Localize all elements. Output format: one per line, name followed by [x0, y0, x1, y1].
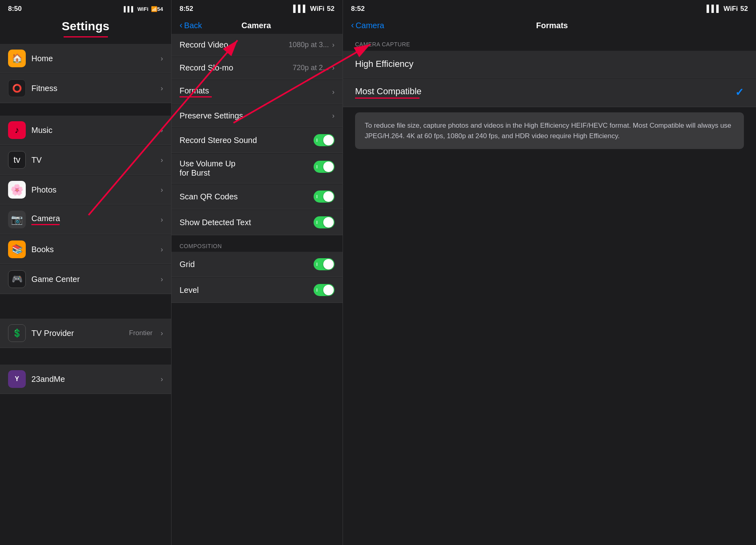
music-chevron: › — [161, 126, 163, 135]
back-label: Back — [184, 21, 202, 30]
record-video-value: 1080p at 3... — [289, 41, 329, 49]
camera-item-stereo[interactable]: Record Stereo Sound I — [171, 128, 343, 153]
grid-toggle[interactable]: I — [314, 258, 335, 270]
gamecenter-label: Game Center — [31, 275, 155, 284]
status-icons-2: ▌▌▌ WiFi 52 — [293, 5, 335, 13]
settings-item-fitness[interactable]: ⭕ Fitness › — [0, 74, 171, 103]
camera-item-level[interactable]: Level I — [171, 278, 343, 303]
signal-icon-2: ▌▌▌ — [293, 5, 308, 13]
show-detected-toggle[interactable]: I — [314, 216, 335, 228]
settings-item-camera[interactable]: 📷 Camera › — [0, 205, 171, 234]
settings-item-music[interactable]: ♪ Music › — [0, 116, 171, 145]
wifi-icon-3: WiFi — [723, 5, 738, 13]
formats-label: Formats — [180, 86, 332, 97]
most-compatible-label: Most Compatible — [355, 86, 735, 99]
grid-label: Grid — [180, 260, 314, 269]
music-app-icon: ♪ — [8, 121, 26, 139]
high-efficiency-label: High Efficiency — [355, 59, 744, 69]
toggle-label-level: I — [316, 288, 318, 292]
camera-item-scan-qr[interactable]: Scan QR Codes I — [171, 184, 343, 209]
scan-qr-toggle[interactable]: I — [314, 191, 335, 203]
record-slomo-label: Record Slo-mo — [180, 63, 293, 73]
toggle-knob-burst — [323, 162, 334, 172]
settings-item-gamecenter[interactable]: 🎮 Game Center › — [0, 265, 171, 294]
wifi-icon: WiFi — [137, 6, 148, 12]
formats-active-underline — [180, 96, 212, 97]
toggle-knob-detected — [323, 217, 334, 228]
status-icons-3: ▌▌▌ WiFi 52 — [706, 5, 748, 13]
formats-panel: 8:52 ▌▌▌ WiFi 52 ‹ Camera Formats CAMERA… — [343, 0, 756, 545]
camera-label: Camera — [31, 214, 155, 225]
camera-item-volume-burst[interactable]: Use Volume Upfor Burst I — [171, 153, 343, 184]
settings-item-23andme[interactable]: Y 23andMe › — [0, 365, 171, 394]
formats-back-label: Camera — [355, 21, 384, 30]
gamecenter-chevron: › — [161, 275, 163, 284]
status-icons-1: ▌▌▌ WiFi 📶54 — [124, 6, 163, 12]
andme-icon: Y — [15, 375, 19, 383]
status-bar-2: 8:52 ▌▌▌ WiFi 52 — [171, 0, 343, 15]
signal-icon-3: ▌▌▌ — [706, 5, 721, 13]
camera-item-record-video[interactable]: Record Video 1080p at 3... › — [171, 34, 343, 56]
fitness-app-icon: ⭕ — [8, 79, 26, 97]
formats-back-chevron-icon: ‹ — [351, 20, 354, 31]
camera-item-formats[interactable]: Formats › — [171, 80, 343, 104]
gamecenter-icon: 🎮 — [12, 274, 23, 284]
settings-title: Settings — [0, 15, 171, 36]
camera-back-button[interactable]: ‹ Back — [180, 20, 202, 31]
record-slomo-value: 720p at 2... — [293, 64, 329, 72]
time-1: 8:50 — [8, 5, 22, 13]
settings-title-underline — [64, 36, 108, 37]
status-bar-3: 8:52 ▌▌▌ WiFi 52 — [343, 0, 756, 15]
format-description: To reduce file size, capture photos and … — [355, 112, 744, 149]
camera-icon: 📷 — [11, 214, 23, 225]
camera-capture-header: CAMERA CAPTURE — [343, 34, 756, 51]
settings-list: 🏠 Home › ⭕ Fitness › ♪ Music › tv TV › — [0, 44, 171, 545]
settings-item-tvprovider[interactable]: 💲 TV Provider Frontier › — [0, 319, 171, 348]
volume-burst-toggle[interactable]: I — [314, 161, 335, 173]
books-chevron: › — [161, 245, 163, 254]
divider-1 — [0, 104, 171, 116]
back-chevron-icon: ‹ — [180, 20, 182, 31]
andme-chevron: › — [161, 375, 163, 383]
photos-label: Photos — [31, 185, 155, 195]
record-stereo-toggle[interactable]: I — [314, 134, 335, 146]
camera-active-underline — [31, 224, 60, 225]
gamecenter-app-icon: 🎮 — [8, 270, 26, 288]
tvprovider-app-icon: 💲 — [8, 324, 26, 342]
show-detected-label: Show Detected Text — [180, 218, 314, 227]
andme-label: 23andMe — [31, 375, 155, 384]
composition-section-header: COMPOSITION — [171, 236, 343, 252]
toggle-knob-qr — [323, 191, 334, 202]
formats-nav-title: Formats — [384, 21, 720, 30]
toggle-label-burst: I — [316, 165, 318, 169]
tvprovider-value: Frontier — [129, 329, 153, 337]
time-2: 8:52 — [180, 5, 193, 13]
camera-item-preserve[interactable]: Preserve Settings › — [171, 105, 343, 127]
format-item-high-efficiency[interactable]: High Efficiency — [343, 51, 756, 78]
toggle-knob-grid — [323, 259, 334, 269]
settings-item-home[interactable]: 🏠 Home › — [0, 44, 171, 73]
camera-nav-title: Camera — [202, 21, 310, 30]
settings-item-books[interactable]: 📚 Books › — [0, 235, 171, 264]
camera-item-record-slomo[interactable]: Record Slo-mo 720p at 2... › — [171, 57, 343, 79]
settings-item-tv[interactable]: tv TV › — [0, 145, 171, 175]
toggle-label-qr: I — [316, 195, 318, 199]
photos-chevron: › — [161, 186, 163, 194]
battery-icon: 📶54 — [151, 6, 163, 12]
battery-icon-3: 52 — [740, 5, 748, 13]
divider-2 — [0, 294, 171, 319]
battery-icon-2: 52 — [327, 5, 335, 13]
formats-back-button[interactable]: ‹ Camera — [351, 20, 384, 31]
divider-3 — [0, 348, 171, 365]
tv-chevron: › — [161, 156, 163, 164]
settings-item-photos[interactable]: 🌸 Photos › — [0, 175, 171, 205]
format-item-most-compatible[interactable]: Most Compatible ✓ — [343, 78, 756, 107]
level-toggle[interactable]: I — [314, 284, 335, 296]
home-chevron: › — [161, 54, 163, 63]
music-label: Music — [31, 126, 155, 135]
camera-item-show-detected[interactable]: Show Detected Text I — [171, 210, 343, 235]
tvprovider-label: TV Provider — [31, 329, 123, 338]
camera-item-grid[interactable]: Grid I — [171, 252, 343, 277]
camera-chevron: › — [161, 216, 163, 224]
preserve-settings-label: Preserve Settings — [180, 111, 332, 120]
